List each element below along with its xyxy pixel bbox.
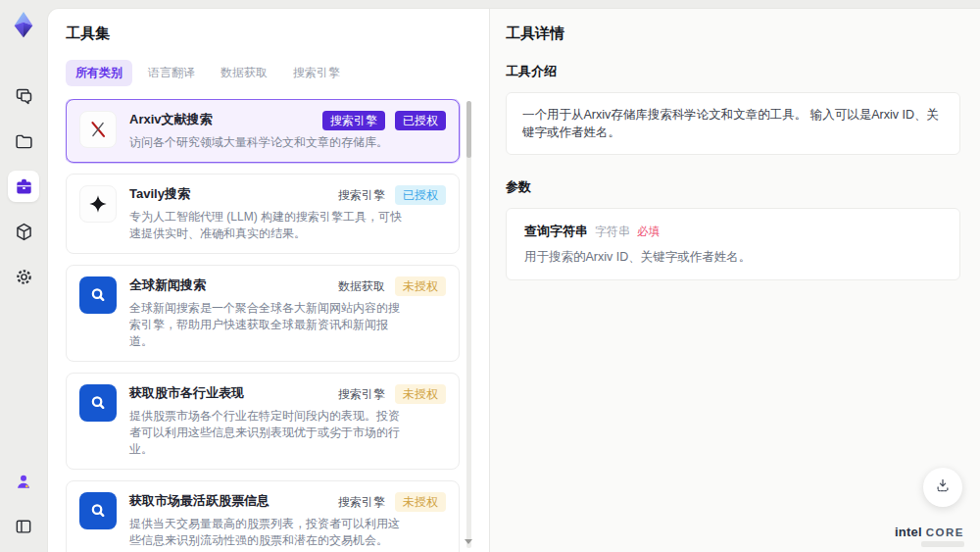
tool-name: Tavily搜索 xyxy=(129,185,190,203)
required-badge: 必填 xyxy=(637,225,660,239)
sidebar-item-tools[interactable] xyxy=(8,171,39,202)
tool-name: Arxiv文献搜索 xyxy=(129,111,213,128)
brand-core-text: CORE xyxy=(926,527,964,538)
parameter-type: 字符串 xyxy=(595,224,630,240)
tool-card-global-news[interactable]: 全球新闻搜索 数据获取 未授权 全球新闻搜索是一个聚合全球各大新闻网站内容的搜索… xyxy=(66,265,460,362)
category-label: 搜索引擎 xyxy=(338,494,385,511)
news-search-icon xyxy=(79,276,117,314)
chat-icon xyxy=(14,86,34,107)
tool-detail-panel: 工具详情 工具介绍 一个用于从Arxiv存储库搜索科学论文和文章的工具。 输入可… xyxy=(489,9,980,552)
brand-intel-text: intel xyxy=(895,525,922,539)
category-label: 搜索引擎 xyxy=(338,386,385,403)
tab-search-engine[interactable]: 搜索引擎 xyxy=(283,60,350,86)
status-badge: 未授权 xyxy=(395,276,446,296)
category-label: 搜索引擎 xyxy=(338,187,385,204)
tool-card-arxiv[interactable]: Arxiv文献搜索 搜索引擎 已授权 访问各个研究领域大量科学论文和文章的存储库… xyxy=(66,99,460,163)
sidebar-item-collapse[interactable] xyxy=(8,511,39,542)
status-badge: 未授权 xyxy=(395,492,446,512)
tab-all-categories[interactable]: 所有类别 xyxy=(66,60,132,86)
params-heading: 参数 xyxy=(506,178,960,196)
tool-card-sector-performance[interactable]: 获取股市各行业表现 搜索引擎 未授权 提供股票市场各个行业在特定时间段内的表现。… xyxy=(66,373,460,470)
download-icon xyxy=(934,477,952,498)
parameter-description: 用于搜索的Arxiv ID、关键字或作者姓名。 xyxy=(524,249,942,266)
status-badge: 已授权 xyxy=(395,111,446,130)
tool-description: 访问各个研究领域大量科学论文和文章的存储库。 xyxy=(129,134,406,151)
status-badge: 未授权 xyxy=(395,384,446,404)
user-icon xyxy=(14,472,33,491)
scroll-down-arrow-icon[interactable] xyxy=(465,539,472,544)
sidebar-rail xyxy=(0,0,47,552)
category-badge: 搜索引擎 xyxy=(322,111,385,130)
tool-card-list: Arxiv文献搜索 搜索引擎 已授权 访问各个研究领域大量科学论文和文章的存储库… xyxy=(66,99,475,552)
stock-search-icon xyxy=(79,384,117,422)
tool-description: 专为人工智能代理 (LLM) 构建的搜索引擎工具，可快速提供实时、准确和真实的结… xyxy=(129,209,406,242)
category-tabs: 所有类别 语言翻译 数据获取 搜索引擎 xyxy=(66,60,475,86)
sidebar-item-files[interactable] xyxy=(8,125,39,157)
tool-description: 提供股票市场各个行业在特定时间段内的表现。投资者可以利用这些信息来识别表现优于或… xyxy=(129,408,406,458)
settings-icon xyxy=(14,267,34,287)
arxiv-icon xyxy=(79,111,117,148)
tab-translation[interactable]: 语言翻译 xyxy=(138,60,205,86)
list-scrollbar-track[interactable] xyxy=(466,101,471,548)
page-title: 工具集 xyxy=(66,25,475,43)
intel-core-logo: intel CORE xyxy=(895,525,964,539)
parameter-item: 查询字符串 字符串 必填 用于搜索的Arxiv ID、关键字或作者姓名。 xyxy=(506,208,960,280)
tool-intro-text: 一个用于从Arxiv存储库搜索科学论文和文章的工具。 输入可以是Arxiv ID… xyxy=(506,92,960,155)
toolbox-icon xyxy=(14,176,34,197)
stock-search-icon xyxy=(79,492,117,529)
tools-list-panel: 工具集 所有类别 语言翻译 数据获取 搜索引擎 Arxiv文献搜索 xyxy=(48,9,489,552)
sidebar-item-settings[interactable] xyxy=(8,261,39,292)
tool-card-most-active-stocks[interactable]: 获取市场最活跃股票信息 搜索引擎 未授权 提供当天交易量最高的股票列表，投资者可… xyxy=(66,480,460,552)
tavily-star-icon xyxy=(79,185,117,223)
tab-data-fetch[interactable]: 数据获取 xyxy=(211,60,277,86)
cube-icon xyxy=(14,222,34,242)
parameter-name: 查询字符串 xyxy=(524,223,588,240)
tool-description: 提供当天交易量最高的股票列表，投资者可以利用这些信息来识别流动性强的股票和潜在的… xyxy=(129,516,406,549)
collapse-panel-icon xyxy=(14,517,33,536)
tool-name: 获取市场最活跃股票信息 xyxy=(129,492,270,510)
main-panel: 工具集 所有类别 语言翻译 数据获取 搜索引擎 Arxiv文献搜索 xyxy=(47,8,980,552)
sidebar-item-plugins[interactable] xyxy=(8,216,39,247)
category-label: 数据获取 xyxy=(338,278,385,295)
tool-name: 全球新闻搜索 xyxy=(129,276,206,294)
intro-heading: 工具介绍 xyxy=(506,63,960,80)
status-badge: 已授权 xyxy=(395,185,446,205)
tool-description: 全球新闻搜索是一个聚合全球各大新闻网站内容的搜索引擎，帮助用户快速获取全球最新资… xyxy=(129,300,406,350)
sidebar-item-chat[interactable] xyxy=(8,80,39,112)
sidebar-item-user[interactable] xyxy=(8,466,39,497)
tool-card-tavily[interactable]: Tavily搜索 搜索引擎 已授权 专为人工智能代理 (LLM) 构建的搜索引擎… xyxy=(66,174,460,254)
tool-name: 获取股市各行业表现 xyxy=(129,384,244,402)
list-scrollbar-thumb[interactable] xyxy=(466,101,471,158)
download-button[interactable] xyxy=(923,468,962,507)
brand-watermark xyxy=(921,541,964,547)
detail-title: 工具详情 xyxy=(506,25,960,43)
folder-icon xyxy=(14,131,34,152)
app-logo-icon xyxy=(9,10,38,39)
